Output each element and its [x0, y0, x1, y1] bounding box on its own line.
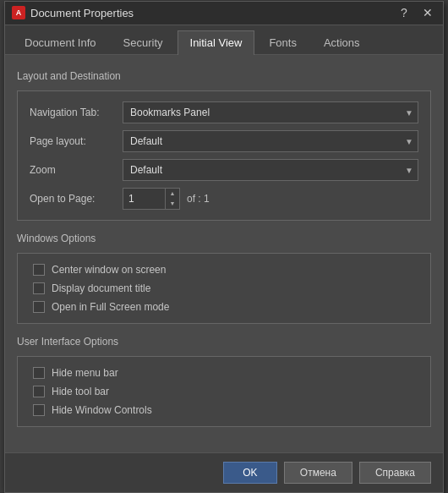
- page-layout-row: Page layout: Default Single Page Continu…: [30, 130, 418, 152]
- hide-toolbar-row: Hide tool bar: [30, 386, 418, 397]
- title-bar: A Document Properties ? ✕: [5, 2, 443, 25]
- help-footer-button[interactable]: Справка: [359, 462, 431, 484]
- page-layout-select-wrapper: Default Single Page Continuous Two Pages…: [123, 130, 418, 152]
- spin-up-button[interactable]: ▲: [166, 189, 179, 199]
- footer: OK Отмена Справка: [5, 452, 443, 492]
- layout-section: Navigation Tab: Bookmarks Panel Pages Pa…: [17, 90, 431, 221]
- ui-section: Hide menu bar Hide tool bar Hide Window …: [17, 356, 431, 427]
- hide-menu-row: Hide menu bar: [30, 367, 418, 379]
- spin-buttons: ▲ ▼: [165, 188, 180, 210]
- center-window-row: Center window on screen: [30, 264, 418, 276]
- hide-menu-checkbox[interactable]: [33, 367, 45, 379]
- main-content: Layout and Destination Navigation Tab: B…: [5, 55, 443, 452]
- navigation-tab-row: Navigation Tab: Bookmarks Panel Pages Pa…: [30, 101, 418, 123]
- ui-section-title: User Interface Options: [17, 336, 431, 348]
- title-bar-controls: ? ✕: [396, 4, 436, 21]
- window-title: Document Properties: [30, 7, 134, 19]
- ok-button[interactable]: OK: [223, 462, 277, 484]
- hide-controls-row: Hide Window Controls: [30, 404, 418, 416]
- navigation-tab-select[interactable]: Bookmarks Panel Pages Panel Attachments …: [123, 101, 418, 123]
- hide-toolbar-label: Hide tool bar: [52, 386, 109, 397]
- open-to-page-input[interactable]: [123, 188, 165, 210]
- help-button[interactable]: ?: [396, 4, 412, 21]
- tab-document-info[interactable]: Document Info: [12, 30, 109, 54]
- page-layout-select[interactable]: Default Single Page Continuous Two Pages…: [123, 130, 418, 152]
- windows-section: Center window on screen Display document…: [17, 253, 431, 324]
- hide-toolbar-checkbox[interactable]: [33, 386, 45, 397]
- tab-actions[interactable]: Actions: [311, 30, 373, 54]
- full-screen-row: Open in Full Screen mode: [30, 301, 418, 313]
- open-to-page-row: Open to Page: ▲ ▼ of : 1: [30, 188, 418, 210]
- hide-controls-checkbox[interactable]: [33, 404, 45, 416]
- zoom-label: Zoom: [30, 164, 123, 176]
- open-to-page-spinbox: ▲ ▼ of : 1: [123, 188, 210, 210]
- tab-security[interactable]: Security: [111, 30, 176, 54]
- zoom-row: Zoom Default Fit Page Fit Width Fit Heig…: [30, 159, 418, 181]
- title-bar-left: A Document Properties: [12, 6, 134, 19]
- open-to-page-of: of : 1: [187, 193, 210, 205]
- full-screen-checkbox[interactable]: [33, 301, 45, 313]
- navigation-tab-label: Navigation Tab:: [30, 107, 123, 118]
- hide-menu-label: Hide menu bar: [52, 367, 118, 379]
- app-icon: A: [12, 6, 25, 19]
- tab-bar: Document Info Security Initial View Font…: [5, 25, 443, 55]
- navigation-tab-select-wrapper: Bookmarks Panel Pages Panel Attachments …: [123, 101, 418, 123]
- display-title-row: Display document title: [30, 282, 418, 294]
- hide-controls-label: Hide Window Controls: [52, 404, 152, 416]
- open-to-page-label: Open to Page:: [30, 193, 123, 205]
- center-window-checkbox[interactable]: [33, 264, 45, 276]
- full-screen-label: Open in Full Screen mode: [52, 301, 169, 313]
- document-properties-window: A Document Properties ? ✕ Document Info …: [4, 1, 444, 493]
- center-window-label: Center window on screen: [52, 264, 166, 276]
- display-title-label: Display document title: [52, 282, 150, 294]
- zoom-select-wrapper: Default Fit Page Fit Width Fit Height 50…: [123, 159, 418, 181]
- cancel-button[interactable]: Отмена: [284, 462, 352, 484]
- spin-down-button[interactable]: ▼: [166, 199, 179, 209]
- layout-section-title: Layout and Destination: [17, 70, 431, 82]
- windows-section-title: Windows Options: [17, 233, 431, 244]
- tab-fonts[interactable]: Fonts: [256, 30, 309, 54]
- tab-initial-view[interactable]: Initial View: [178, 30, 255, 55]
- zoom-select[interactable]: Default Fit Page Fit Width Fit Height 50…: [123, 159, 418, 181]
- display-title-checkbox[interactable]: [33, 282, 45, 294]
- close-button[interactable]: ✕: [419, 4, 436, 21]
- page-layout-label: Page layout:: [30, 135, 123, 147]
